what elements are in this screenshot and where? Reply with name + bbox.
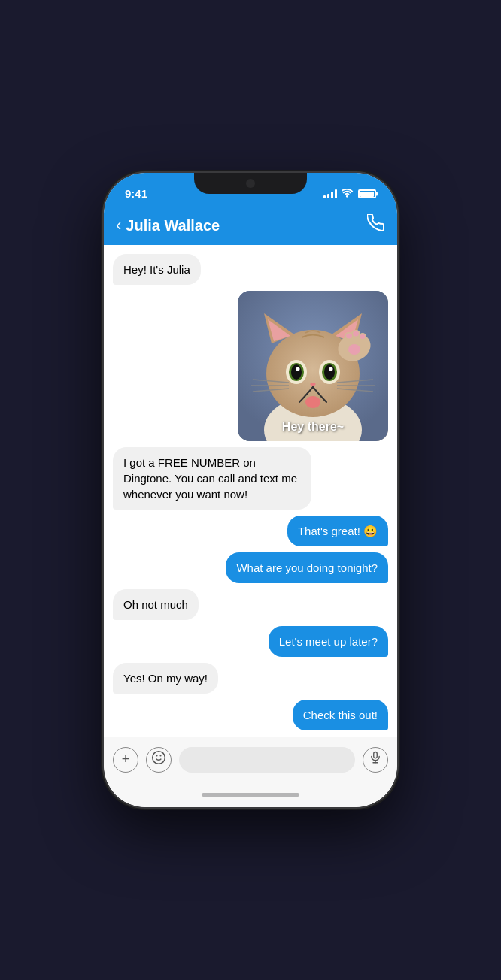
svg-rect-33 (374, 752, 378, 758)
header-left: ‹ Julia Wallace (116, 217, 220, 234)
image-caption: Hey there~ (238, 420, 388, 434)
message-row: Let's meet up later? (113, 626, 388, 657)
back-button[interactable]: ‹ (116, 217, 121, 234)
input-bar: + (104, 737, 397, 782)
chat-header: ‹ Julia Wallace (104, 206, 397, 245)
notch (194, 173, 307, 194)
status-time: 9:41 (125, 187, 147, 200)
svg-point-13 (296, 368, 300, 371)
svg-point-26 (348, 344, 360, 355)
message-bubble: Hey! It's Julia (113, 254, 201, 285)
message-bubble: Check this out! (293, 700, 388, 730)
wifi-icon (342, 188, 354, 200)
phone-screen: 9:41 (104, 173, 397, 807)
add-button[interactable]: + (113, 747, 138, 773)
status-bar: 9:41 (104, 173, 397, 206)
svg-point-11 (291, 364, 302, 380)
cat-photo: Hey there~ (238, 291, 388, 441)
battery-icon (358, 189, 376, 198)
signal-icon (323, 189, 337, 198)
message-bubble: I got a FREE NUMBER on Dingtone. You can… (113, 447, 311, 510)
call-button[interactable] (367, 214, 385, 237)
message-input[interactable] (179, 747, 355, 773)
messages-area: Hey! It's Julia (104, 245, 397, 737)
message-bubble: Yes! On my way! (113, 663, 218, 694)
phone-device: 9:41 (104, 173, 397, 807)
message-image-row: Hey there~ (113, 291, 388, 441)
mic-icon (369, 750, 382, 769)
status-icons (323, 188, 376, 200)
message-bubble: Oh not much (113, 589, 199, 620)
message-row: I got a FREE NUMBER on Dingtone. You can… (113, 447, 388, 510)
svg-point-15 (305, 396, 320, 408)
svg-point-30 (153, 752, 165, 764)
emoji-icon (151, 750, 166, 769)
message-bubble: That's great! 😀 (287, 516, 388, 546)
phone-frame: 9:41 (0, 0, 501, 980)
mic-button[interactable] (363, 747, 388, 773)
message-row: Oh not much (113, 589, 388, 620)
message-bubble: Let's meet up later? (269, 626, 388, 657)
contact-name: Julia Wallace (126, 217, 220, 234)
svg-point-12 (324, 364, 335, 380)
svg-point-28 (353, 331, 359, 337)
message-image: Hey there~ (238, 291, 388, 441)
home-bar (202, 793, 299, 797)
message-bubble: What are you doing tonight? (226, 552, 388, 583)
message-row: What are you doing tonight? (113, 552, 388, 583)
message-row: That's great! 😀 (113, 516, 388, 546)
svg-point-27 (346, 334, 352, 339)
svg-point-29 (360, 334, 366, 339)
emoji-button[interactable] (146, 747, 172, 773)
message-row: Hey! It's Julia (113, 254, 388, 285)
svg-point-14 (329, 368, 333, 371)
message-row: Yes! On my way! (113, 663, 388, 694)
camera-dot (246, 179, 255, 188)
message-row: Check this out! (113, 700, 388, 730)
home-indicator (104, 782, 397, 807)
